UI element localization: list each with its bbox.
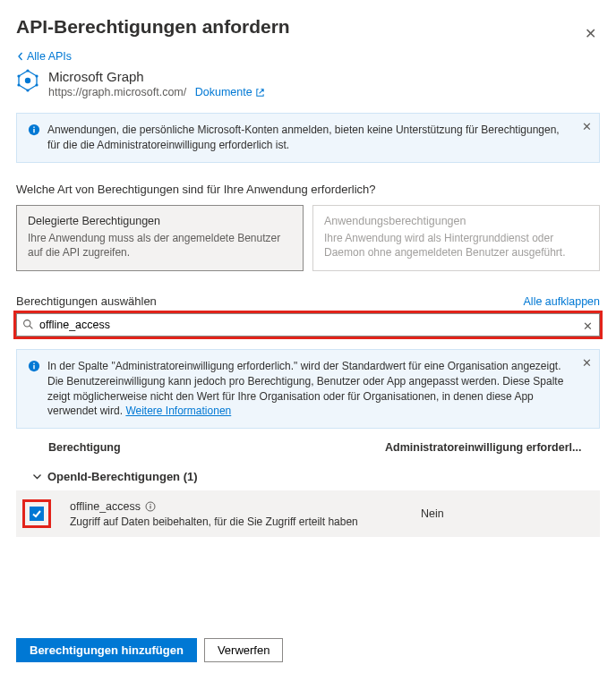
- info-icon: [28, 124, 40, 136]
- delegated-permissions-card[interactable]: Delegierte Berechtigungen Ihre Anwendung…: [16, 205, 304, 271]
- select-permissions-label: Berechtigungen auswählen: [16, 294, 157, 308]
- add-permissions-button[interactable]: Berechtigungen hinzufügen: [16, 638, 197, 662]
- application-permissions-card[interactable]: Anwendungsberechtigungen Ihre Anwendung …: [312, 205, 600, 271]
- info-icon: [28, 360, 40, 372]
- permission-row-offline-access[interactable]: offline_access Zugriff auf Daten beibeha…: [16, 490, 600, 537]
- external-link-icon: [255, 88, 265, 98]
- documents-label: Dokumente: [195, 86, 252, 98]
- svg-point-4: [35, 83, 38, 86]
- col-admin-consent: Administratoreinwilligung erforderl...: [385, 441, 591, 454]
- admin-banner-text: In der Spalte "Administratoreinwilligung…: [47, 359, 572, 419]
- page-title: API-Berechtigungen anfordern: [16, 16, 290, 38]
- svg-point-6: [17, 83, 20, 86]
- permission-admin-value: Nein: [421, 507, 591, 520]
- app-desc: Ihre Anwendung wird als Hintergrunddiens…: [324, 231, 588, 260]
- dismiss-banner-icon[interactable]: ✕: [582, 119, 592, 135]
- search-icon: [22, 319, 34, 330]
- back-label: Alle APIs: [27, 50, 72, 63]
- svg-point-11: [24, 320, 30, 327]
- group-label: OpenId-Berechtigungen (1): [47, 470, 198, 483]
- back-all-apis-link[interactable]: Alle APIs: [16, 50, 72, 63]
- search-input[interactable]: [34, 319, 583, 331]
- admin-consent-banner: In der Spalte "Administratoreinwilligung…: [16, 349, 600, 429]
- svg-rect-17: [150, 506, 150, 509]
- documents-link[interactable]: Dokumente: [195, 86, 265, 98]
- svg-point-1: [25, 78, 30, 83]
- permission-checkbox[interactable]: [30, 507, 44, 521]
- svg-point-3: [35, 74, 38, 77]
- permission-type-question: Welche Art von Berechtigungen sind für I…: [16, 183, 600, 196]
- svg-rect-10: [33, 127, 34, 128]
- dismiss-admin-banner-icon[interactable]: ✕: [582, 355, 592, 371]
- svg-rect-9: [33, 129, 34, 132]
- expand-all-link[interactable]: Alle aufklappen: [524, 295, 600, 308]
- close-icon[interactable]: ✕: [581, 21, 600, 46]
- svg-rect-18: [150, 504, 150, 505]
- openid-group-row[interactable]: OpenId-Berechtigungen (1): [16, 463, 600, 490]
- search-input-wrapper[interactable]: ✕: [16, 313, 600, 336]
- delegated-title: Delegierte Berechtigungen: [28, 215, 292, 227]
- svg-point-5: [26, 89, 29, 91]
- clear-search-icon[interactable]: ✕: [583, 319, 594, 330]
- chevron-down-icon: [32, 472, 42, 481]
- column-headers: Berechtigung Administratoreinwilligung e…: [16, 429, 600, 463]
- api-name: Microsoft Graph: [48, 69, 265, 84]
- chevron-left-icon: [16, 52, 25, 61]
- app-title: Anwendungsberechtigungen: [324, 215, 588, 227]
- permission-name: offline_access: [70, 500, 141, 513]
- delegated-desc: Ihre Anwendung muss als der angemeldete …: [28, 231, 292, 260]
- svg-point-7: [17, 74, 20, 77]
- api-url: https://graph.microsoft.com/: [48, 86, 186, 98]
- check-icon: [31, 508, 42, 519]
- personal-accounts-banner: Anwendungen, die persönliche Microsoft-K…: [16, 113, 600, 163]
- svg-line-12: [30, 327, 32, 329]
- col-permission: Berechtigung: [48, 441, 385, 454]
- more-info-link[interactable]: Weitere Informationen: [125, 405, 231, 417]
- discard-button[interactable]: Verwerfen: [204, 638, 284, 662]
- svg-rect-15: [33, 362, 34, 363]
- info-icon[interactable]: [145, 501, 156, 512]
- svg-point-2: [26, 69, 29, 72]
- permission-description: Zugriff auf Daten beibehalten, für die S…: [70, 515, 421, 528]
- banner-text: Anwendungen, die persönliche Microsoft-K…: [47, 123, 572, 153]
- svg-rect-14: [33, 365, 34, 369]
- microsoft-graph-icon: [16, 69, 39, 92]
